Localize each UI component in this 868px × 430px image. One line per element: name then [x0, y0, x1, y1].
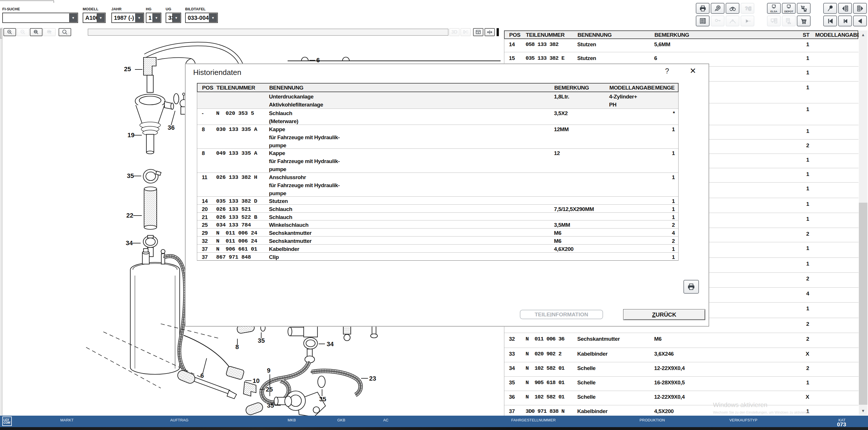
play-dash-button[interactable]	[741, 16, 754, 26]
print-icon-button[interactable]	[683, 280, 699, 294]
table-row[interactable]: 35N 905 618 01Schelle16-28X9X0,51	[504, 377, 859, 391]
nav-previous-button[interactable]	[838, 16, 852, 26]
modell-label: MODELL	[83, 7, 98, 11]
print-button[interactable]	[696, 3, 710, 14]
table-row[interactable]: Sechskantmutter29N 011 006 24M64	[197, 228, 678, 237]
cell-bemerkung: 4,5X200	[654, 408, 674, 414]
help-contact-button[interactable]: ?@	[741, 3, 754, 14]
transfer-carts-button[interactable]	[797, 3, 811, 14]
status-field-markt: MARKT	[60, 418, 74, 422]
close-icon[interactable]: ✕	[687, 66, 699, 75]
axle-button[interactable]	[725, 16, 739, 26]
cell-teilenummer: 026 133 522 B	[216, 214, 257, 220]
jahr-combobox[interactable]: 1987 (-)▼	[112, 12, 144, 23]
cell-benennung: Stutzen	[577, 55, 596, 61]
scrollbar-thumb[interactable]	[859, 203, 867, 405]
ug-combobox[interactable]: 33▼	[166, 12, 181, 23]
part-position-label[interactable]: 34	[327, 340, 334, 348]
left-splitter-handle[interactable]	[0, 29, 2, 38]
jahr-value: 1987 (-)	[112, 14, 135, 21]
pin-button[interactable]	[823, 3, 837, 14]
table-row[interactable]: Winkelschlauch25034 133 7843,5MM2	[197, 220, 678, 228]
part-position-label[interactable]: 22	[126, 212, 133, 219]
next-page-button[interactable]	[853, 3, 867, 14]
part-position-label[interactable]: 35	[127, 172, 134, 179]
bildtafel-dropdown-icon[interactable]: ▼	[209, 13, 217, 22]
part-position-label[interactable]: 34	[126, 239, 133, 247]
fi-suche-dropdown-icon[interactable]: ▼	[69, 13, 77, 22]
cell-benennung: für Fahrzeuge mit Hydraulik-	[269, 134, 340, 141]
cell-st: 1	[798, 379, 809, 386]
modell-combobox[interactable]: A100▼	[83, 12, 105, 23]
wheel-catalog-button[interactable]	[711, 3, 724, 14]
table-row[interactable]: Kappefür Fahrzeuge mit Hydraulik-pumpe80…	[197, 125, 678, 149]
nav-first-button[interactable]	[823, 16, 837, 26]
previous-page-button[interactable]	[838, 3, 852, 14]
doc-car-button[interactable]	[782, 16, 796, 26]
scroll-down-icon[interactable]: ▼	[859, 406, 867, 415]
cell-bemerkung: 12-22X9X0,4	[654, 394, 685, 400]
cart-button[interactable]	[797, 16, 811, 26]
hg-combobox[interactable]: 1▼	[146, 12, 161, 23]
part-position-label[interactable]: 36	[167, 124, 175, 131]
modell-dropdown-icon[interactable]: ▼	[97, 13, 105, 22]
cell-teilenummer: N 102 582 01	[526, 394, 564, 400]
scroll-up-icon[interactable]: ▲	[859, 30, 867, 39]
list-view-button[interactable]	[696, 16, 710, 26]
table-row[interactable]: 34N 102 582 01Schelle12-22X9X0,42	[504, 362, 859, 377]
part-position-label[interactable]: 19	[127, 131, 134, 139]
part-position-label[interactable]: 25	[124, 65, 131, 73]
table-row[interactable]: Clip37867 971 8481	[197, 253, 678, 260]
part-position-label[interactable]: 6	[316, 57, 320, 64]
cell-menge: *	[673, 110, 675, 117]
part-position-label[interactable]: 35	[258, 337, 265, 344]
window-top-edge-notch	[54, 1, 54, 3]
table-row[interactable]: 33N 020 902 2Kabelbinder3,6X246X	[504, 348, 859, 362]
dialog-title: Historiendaten	[193, 68, 241, 77]
table-row[interactable]: Schlauch(Meterware)-N 020 353 53,5X2*	[197, 109, 678, 125]
nav-back-button[interactable]	[853, 16, 867, 26]
search-button[interactable]	[725, 3, 739, 14]
part-position-label[interactable]: 25	[266, 386, 273, 393]
cell-benennung: Schelle	[577, 379, 596, 386]
cell-pos: 29	[202, 230, 208, 236]
zurueck-button[interactable]: ZURÜCK	[623, 309, 705, 320]
elsa-button[interactable]: ELSA	[767, 3, 781, 14]
table-row[interactable]: Kappefür Fahrzeuge mit Hydraulik-pumpe80…	[197, 149, 678, 173]
table-row[interactable]: Sechskantmutter32N 011 006 24M62	[197, 237, 678, 245]
ug-dropdown-icon[interactable]: ▼	[172, 13, 180, 22]
table-row[interactable]: Schlauch21026 133 522 B1	[197, 213, 678, 220]
table-row[interactable]: 32N 011 006 36SechskantmutterM62	[504, 333, 859, 348]
key-button[interactable]	[711, 16, 724, 26]
cell-benennung: (Meterware)	[269, 118, 298, 125]
cell-teilenummer: N 011 006 24	[216, 238, 257, 244]
teileinformation-button[interactable]: TEILEINFORMATION	[520, 310, 603, 319]
elsa-button-label: ELSA	[770, 10, 777, 12]
table-row[interactable]: 14058 133 382Stutzen5,6MM1	[504, 38, 859, 52]
monitor-list-button[interactable]	[767, 16, 781, 26]
cell-pos: 8	[202, 126, 205, 133]
part-position-label[interactable]: 35	[319, 396, 326, 403]
part-position-label[interactable]: 35	[267, 402, 274, 409]
fi-suche-combobox[interactable]: ▼	[2, 12, 78, 23]
cell-st: X	[798, 351, 809, 357]
depot-button[interactable]: DEPOT	[782, 3, 796, 14]
table-row[interactable]: Kabelbinder37N 906 661 014,6X2001	[197, 245, 678, 253]
part-position-label[interactable]: 10	[253, 377, 259, 385]
table-row[interactable]: Schlauch20026 133 5217,5/12,5X290MM1	[197, 205, 678, 213]
left-splitter[interactable]	[0, 28, 2, 416]
table-row[interactable]: 36N 102 582 01Schelle12-22X9X0,4X	[504, 391, 859, 405]
cell-benennung: für Fahrzeuge mit Hydraulik-	[269, 182, 340, 189]
cell-st: 1	[798, 69, 809, 76]
hg-dropdown-icon[interactable]: ▼	[152, 13, 160, 22]
part-position-label[interactable]: 6	[200, 372, 204, 379]
table-row[interactable]: Anschlussrohrfür Fahrzeuge mit Hydraulik…	[197, 173, 678, 196]
status-field-fahrgestellnummer: FAHRGESTELLNUMMER	[511, 418, 556, 422]
part-position-label[interactable]: 9	[267, 367, 270, 374]
help-icon[interactable]: ?	[662, 67, 672, 75]
bildtafel-combobox[interactable]: 033-004▼	[185, 12, 218, 23]
table-row[interactable]: Stutzen14035 133 382 D1	[197, 196, 678, 205]
jahr-dropdown-icon[interactable]: ▼	[135, 13, 143, 22]
part-position-label[interactable]: 8	[236, 343, 239, 350]
part-position-label[interactable]: 23	[369, 375, 376, 382]
